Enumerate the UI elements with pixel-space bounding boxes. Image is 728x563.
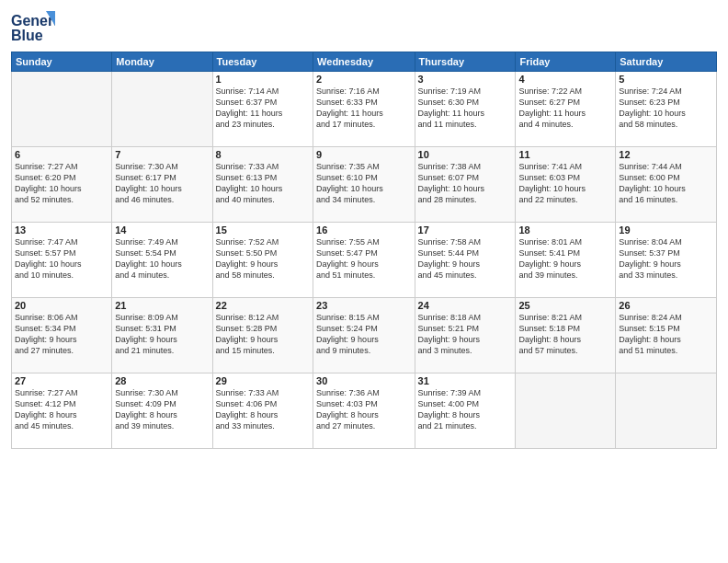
calendar-cell: 13Sunrise: 7:47 AM Sunset: 5:57 PM Dayli… [12, 223, 112, 298]
calendar-cell: 10Sunrise: 7:38 AM Sunset: 6:07 PM Dayli… [415, 147, 516, 223]
day-number: 2 [316, 74, 411, 85]
calendar-cell [616, 373, 717, 449]
day-number: 18 [518, 224, 612, 236]
day-number: 24 [418, 300, 513, 311]
day-info: Sunrise: 8:18 AM Sunset: 5:21 PM Dayligh… [418, 312, 513, 357]
calendar-cell: 1Sunrise: 7:14 AM Sunset: 6:37 PM Daylig… [212, 72, 313, 147]
day-number: 25 [518, 300, 612, 311]
day-number: 5 [619, 74, 713, 85]
calendar-cell: 28Sunrise: 7:30 AM Sunset: 4:09 PM Dayli… [112, 373, 212, 449]
day-info: Sunrise: 7:36 AM Sunset: 4:03 PM Dayligh… [316, 387, 411, 432]
day-number: 23 [316, 300, 411, 311]
calendar-table: SundayMondayTuesdayWednesdayThursdayFrid… [11, 52, 717, 449]
calendar-cell [516, 373, 616, 449]
calendar-cell: 15Sunrise: 7:52 AM Sunset: 5:50 PM Dayli… [212, 223, 313, 298]
day-info: Sunrise: 7:38 AM Sunset: 6:07 PM Dayligh… [418, 161, 513, 206]
calendar-cell: 20Sunrise: 8:06 AM Sunset: 5:34 PM Dayli… [12, 298, 112, 373]
weekday-header-row: SundayMondayTuesdayWednesdayThursdayFrid… [12, 52, 717, 72]
day-number: 9 [316, 149, 411, 160]
day-info: Sunrise: 7:30 AM Sunset: 4:09 PM Dayligh… [115, 387, 209, 432]
day-number: 3 [418, 74, 513, 85]
calendar-cell: 31Sunrise: 7:39 AM Sunset: 4:00 PM Dayli… [415, 373, 516, 449]
day-info: Sunrise: 7:24 AM Sunset: 6:23 PM Dayligh… [619, 86, 713, 131]
day-number: 31 [418, 375, 513, 386]
day-info: Sunrise: 8:21 AM Sunset: 5:18 PM Dayligh… [518, 312, 612, 357]
day-number: 17 [418, 224, 513, 236]
logo-icon: General Blue [11, 9, 55, 46]
svg-text:Blue: Blue [11, 28, 43, 43]
day-info: Sunrise: 7:19 AM Sunset: 6:30 PM Dayligh… [418, 86, 513, 131]
svg-text:General: General [11, 13, 55, 29]
day-number: 22 [216, 300, 310, 311]
logo: General Blue [11, 9, 55, 46]
day-info: Sunrise: 7:16 AM Sunset: 6:33 PM Dayligh… [316, 86, 411, 131]
day-info: Sunrise: 8:15 AM Sunset: 5:24 PM Dayligh… [316, 312, 411, 357]
day-number: 28 [115, 375, 209, 386]
calendar-cell: 30Sunrise: 7:36 AM Sunset: 4:03 PM Dayli… [313, 373, 415, 449]
weekday-sunday: Sunday [12, 52, 112, 72]
day-info: Sunrise: 7:33 AM Sunset: 4:06 PM Dayligh… [216, 387, 310, 432]
day-number: 19 [619, 224, 713, 236]
day-number: 8 [216, 149, 310, 160]
day-info: Sunrise: 7:22 AM Sunset: 6:27 PM Dayligh… [518, 86, 612, 131]
weekday-wednesday: Wednesday [313, 52, 415, 72]
day-info: Sunrise: 7:35 AM Sunset: 6:10 PM Dayligh… [316, 161, 411, 206]
calendar-cell: 19Sunrise: 8:04 AM Sunset: 5:37 PM Dayli… [616, 223, 717, 298]
day-number: 11 [518, 149, 612, 160]
calendar-cell: 21Sunrise: 8:09 AM Sunset: 5:31 PM Dayli… [112, 298, 212, 373]
calendar-cell: 9Sunrise: 7:35 AM Sunset: 6:10 PM Daylig… [313, 147, 415, 223]
day-info: Sunrise: 7:27 AM Sunset: 6:20 PM Dayligh… [15, 161, 108, 206]
day-number: 26 [619, 300, 713, 311]
day-info: Sunrise: 7:14 AM Sunset: 6:37 PM Dayligh… [216, 86, 310, 131]
day-info: Sunrise: 7:41 AM Sunset: 6:03 PM Dayligh… [518, 161, 612, 206]
day-number: 13 [15, 224, 108, 236]
calendar-cell: 27Sunrise: 7:27 AM Sunset: 4:12 PM Dayli… [12, 373, 112, 449]
day-info: Sunrise: 7:47 AM Sunset: 5:57 PM Dayligh… [15, 236, 108, 282]
calendar-cell: 2Sunrise: 7:16 AM Sunset: 6:33 PM Daylig… [313, 72, 415, 147]
header: General Blue [11, 9, 717, 46]
calendar-week-3: 13Sunrise: 7:47 AM Sunset: 5:57 PM Dayli… [12, 223, 717, 298]
day-number: 14 [115, 224, 209, 236]
day-info: Sunrise: 7:33 AM Sunset: 6:13 PM Dayligh… [216, 161, 310, 206]
day-info: Sunrise: 8:12 AM Sunset: 5:28 PM Dayligh… [216, 312, 310, 357]
day-info: Sunrise: 7:55 AM Sunset: 5:47 PM Dayligh… [316, 236, 411, 282]
day-number: 15 [216, 224, 310, 236]
day-info: Sunrise: 7:52 AM Sunset: 5:50 PM Dayligh… [216, 236, 310, 282]
weekday-thursday: Thursday [415, 52, 516, 72]
day-info: Sunrise: 8:09 AM Sunset: 5:31 PM Dayligh… [115, 312, 209, 357]
calendar-week-2: 6Sunrise: 7:27 AM Sunset: 6:20 PM Daylig… [12, 147, 717, 223]
calendar-cell: 6Sunrise: 7:27 AM Sunset: 6:20 PM Daylig… [12, 147, 112, 223]
day-number: 4 [518, 74, 612, 85]
weekday-monday: Monday [112, 52, 212, 72]
calendar-cell: 7Sunrise: 7:30 AM Sunset: 6:17 PM Daylig… [112, 147, 212, 223]
calendar-week-1: 1Sunrise: 7:14 AM Sunset: 6:37 PM Daylig… [12, 72, 717, 147]
calendar-cell: 24Sunrise: 8:18 AM Sunset: 5:21 PM Dayli… [415, 298, 516, 373]
calendar-cell: 18Sunrise: 8:01 AM Sunset: 5:41 PM Dayli… [516, 223, 616, 298]
calendar-cell: 22Sunrise: 8:12 AM Sunset: 5:28 PM Dayli… [212, 298, 313, 373]
calendar-cell [112, 72, 212, 147]
day-number: 7 [115, 149, 209, 160]
day-number: 10 [418, 149, 513, 160]
day-number: 29 [216, 375, 310, 386]
day-info: Sunrise: 7:58 AM Sunset: 5:44 PM Dayligh… [418, 236, 513, 282]
day-info: Sunrise: 8:04 AM Sunset: 5:37 PM Dayligh… [619, 236, 713, 282]
calendar-cell: 26Sunrise: 8:24 AM Sunset: 5:15 PM Dayli… [616, 298, 717, 373]
day-number: 16 [316, 224, 411, 236]
day-number: 12 [619, 149, 713, 160]
calendar-cell: 14Sunrise: 7:49 AM Sunset: 5:54 PM Dayli… [112, 223, 212, 298]
calendar-week-5: 27Sunrise: 7:27 AM Sunset: 4:12 PM Dayli… [12, 373, 717, 449]
calendar-week-4: 20Sunrise: 8:06 AM Sunset: 5:34 PM Dayli… [12, 298, 717, 373]
day-number: 27 [15, 375, 108, 386]
day-number: 20 [15, 300, 108, 311]
calendar-cell: 4Sunrise: 7:22 AM Sunset: 6:27 PM Daylig… [516, 72, 616, 147]
calendar-cell: 8Sunrise: 7:33 AM Sunset: 6:13 PM Daylig… [212, 147, 313, 223]
day-info: Sunrise: 8:06 AM Sunset: 5:34 PM Dayligh… [15, 312, 108, 357]
day-info: Sunrise: 7:44 AM Sunset: 6:00 PM Dayligh… [619, 161, 713, 206]
day-info: Sunrise: 7:39 AM Sunset: 4:00 PM Dayligh… [418, 387, 513, 432]
day-info: Sunrise: 7:49 AM Sunset: 5:54 PM Dayligh… [115, 236, 209, 282]
day-info: Sunrise: 8:01 AM Sunset: 5:41 PM Dayligh… [518, 236, 612, 282]
page: General Blue SundayMondayTuesdayWednesda… [0, 0, 728, 563]
weekday-tuesday: Tuesday [212, 52, 313, 72]
calendar-cell: 23Sunrise: 8:15 AM Sunset: 5:24 PM Dayli… [313, 298, 415, 373]
day-number: 30 [316, 375, 411, 386]
